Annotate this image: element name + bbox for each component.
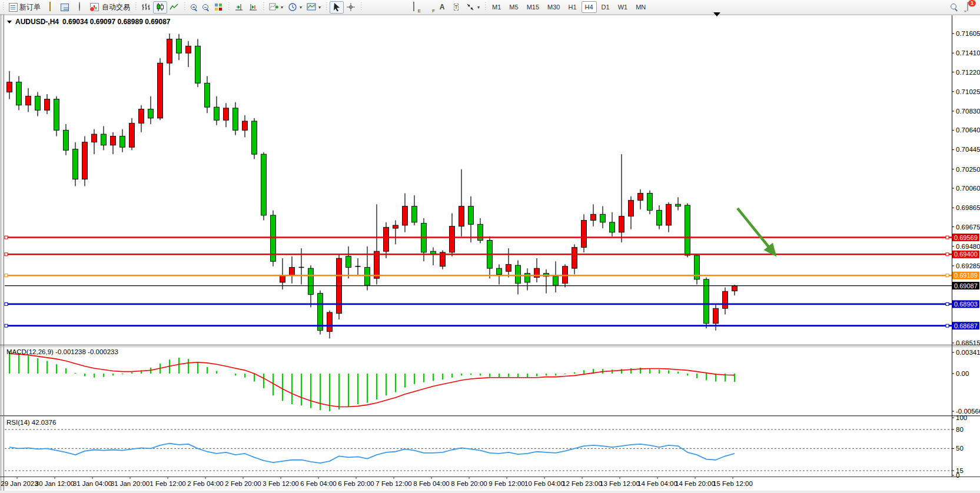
chart-shift-button[interactable]: [246, 1, 260, 14]
indicators-button[interactable]: ▾: [267, 1, 285, 14]
hline-handle[interactable]: [946, 302, 949, 305]
new-order-button[interactable]: 新订单: [6, 1, 43, 14]
indicators-dropdown-caret[interactable]: ▾: [281, 5, 283, 10]
search-button[interactable]: [948, 1, 960, 14]
hline-handle[interactable]: [946, 274, 949, 277]
candle-down: [64, 130, 69, 150]
trendline-tool-button[interactable]: [393, 1, 407, 14]
hline-handle[interactable]: [5, 236, 8, 239]
hline-handle[interactable]: [5, 274, 8, 277]
periods-dropdown-caret[interactable]: ▾: [300, 5, 302, 10]
price-axis-label: 0.71220: [956, 69, 980, 76]
periods-button[interactable]: ▾: [285, 1, 304, 14]
cursor-tool-button[interactable]: [330, 1, 344, 14]
templates-button[interactable]: ▾: [304, 1, 323, 14]
candle-down: [252, 121, 257, 154]
tile-windows-button[interactable]: [211, 1, 225, 14]
candle-down: [205, 83, 210, 107]
candle-up: [167, 39, 172, 63]
market-watch-icon: [49, 2, 51, 11]
zoom-in-button[interactable]: +: [188, 1, 200, 14]
price-axis-label: 0.69675: [956, 224, 980, 231]
candle-up: [629, 200, 634, 216]
hline-handle[interactable]: [5, 253, 8, 256]
price-line-label: 0.69400: [954, 251, 978, 258]
toolbar-grip[interactable]: [183, 2, 186, 12]
candle-up: [638, 193, 643, 200]
candlestick-chart-button[interactable]: [153, 1, 167, 14]
toolbar-grip[interactable]: [134, 2, 137, 12]
timeframe-button-h1[interactable]: H1: [564, 1, 580, 13]
line-chart-button[interactable]: [167, 1, 181, 14]
toolbar-grip[interactable]: [360, 2, 363, 12]
price-line-label: 0.69569: [954, 234, 978, 241]
hline-handle[interactable]: [946, 253, 949, 256]
toolbar-grip[interactable]: [325, 2, 328, 12]
notifications-button[interactable]: 1: [960, 1, 975, 14]
timeframe-button-mn[interactable]: MN: [632, 1, 649, 13]
chart-symbol-dropdown-icon[interactable]: [7, 21, 12, 24]
bar-chart-button[interactable]: [139, 1, 153, 14]
timeframe-button-d1[interactable]: D1: [598, 1, 613, 13]
time-axis-label: 8 Feb 20:00: [451, 480, 487, 487]
channel-tool-button[interactable]: E: [407, 1, 421, 14]
macd-axis-label: 0.003413: [956, 349, 980, 356]
hline-handle[interactable]: [946, 236, 949, 239]
price-axis-label: 0.71605: [956, 30, 980, 37]
toolbar-grip[interactable]: [484, 2, 487, 12]
navigator-icon: [79, 2, 80, 11]
candle-down: [516, 265, 521, 284]
candle-down: [148, 109, 154, 118]
horizontal-line-tool-button[interactable]: [378, 1, 393, 14]
toolbar-grip[interactable]: [262, 2, 265, 12]
zoom-out-button[interactable]: −: [200, 1, 211, 14]
timeframe-button-m30[interactable]: M30: [544, 1, 563, 13]
candle-up: [45, 99, 50, 110]
navigator-button[interactable]: [72, 1, 87, 14]
candle-up: [459, 206, 464, 226]
text-label-icon: T: [454, 4, 459, 11]
arrows-tool-button[interactable]: ▾: [463, 1, 482, 14]
candle-down: [261, 154, 267, 215]
candle-down: [177, 39, 182, 53]
candle-down: [120, 136, 125, 147]
text-tool-button[interactable]: A: [435, 1, 449, 14]
templates-dropdown-caret[interactable]: ▾: [318, 5, 321, 10]
arrows-dropdown-caret[interactable]: ▾: [477, 5, 480, 10]
crosshair-tool-button[interactable]: [344, 1, 358, 14]
time-axis-label: 6 Feb 20:00: [338, 480, 374, 487]
toolbar-grip[interactable]: [2, 2, 5, 12]
bar-chart-icon: [141, 2, 151, 12]
price-line-label: 0.69189: [954, 272, 978, 279]
hline-handle[interactable]: [5, 302, 8, 305]
fibonacci-tool-button[interactable]: F: [421, 1, 435, 14]
candle-up: [139, 109, 144, 124]
autotrading-button[interactable]: 自动交易: [87, 1, 132, 14]
candlestick-chart-icon: [155, 2, 165, 12]
timeframe-button-w1[interactable]: W1: [614, 1, 632, 13]
timeframe-button-m15[interactable]: M15: [523, 1, 543, 13]
candle-up: [158, 63, 163, 118]
hline-handle[interactable]: [5, 324, 8, 327]
candle-up: [242, 121, 248, 130]
macd-indicator-label: MACD(12,26,9) -0.001238 -0.000233: [6, 348, 118, 355]
vertical-line-tool-button[interactable]: [364, 1, 378, 14]
price-axis-label: 0.71025: [956, 88, 980, 95]
auto-scroll-icon: [234, 2, 244, 12]
chart-canvas[interactable]: 0.695690.694000.691890.690870.689030.686…: [0, 14, 980, 493]
autotrading-icon: [90, 3, 99, 11]
hline-handle[interactable]: [946, 324, 949, 327]
rsi-axis-label: 80: [956, 426, 964, 433]
candle-down: [676, 204, 681, 206]
text-label-tool-button[interactable]: T: [449, 1, 463, 14]
timeframe-button-h4[interactable]: H4: [582, 1, 597, 13]
toolbar-grip[interactable]: [227, 2, 230, 12]
candle-up: [713, 308, 719, 324]
data-window-button[interactable]: [57, 1, 72, 14]
timeframe-button-m5[interactable]: M5: [506, 1, 521, 13]
timeframe-button-m1[interactable]: M1: [489, 1, 504, 13]
auto-scroll-button[interactable]: [232, 1, 246, 14]
market-watch-button[interactable]: [43, 1, 57, 14]
macd-axis-label: 0.00: [956, 370, 969, 377]
candle-down: [233, 108, 238, 130]
